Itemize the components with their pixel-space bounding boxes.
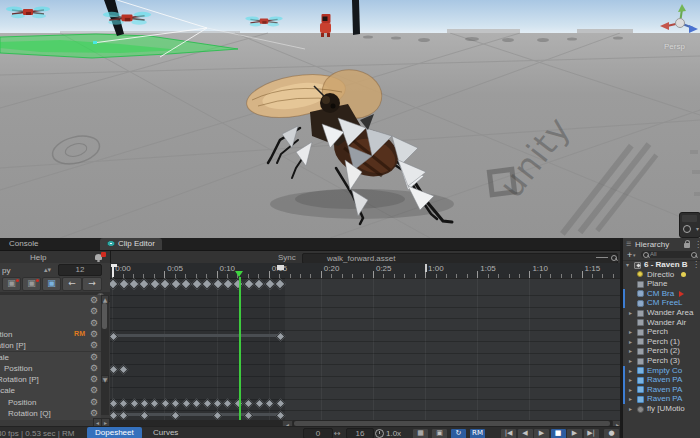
hierarchy-item[interactable]: ▸Perch (1)	[623, 337, 700, 347]
expander-icon[interactable]: ▸	[629, 356, 632, 366]
keyframe[interactable]	[201, 278, 212, 289]
transport-button[interactable]: ▶|	[583, 428, 600, 438]
mode-button[interactable]: ↻	[450, 428, 467, 438]
properties-scrollbar[interactable]: ▲ ▼	[101, 295, 109, 415]
search-icon[interactable]	[611, 255, 617, 261]
stepper-icon[interactable]: ▴▾	[44, 266, 51, 274]
expander-icon[interactable]: ▸	[629, 337, 632, 347]
kebab-menu-icon[interactable]: ⋮	[692, 260, 700, 270]
gear-icon[interactable]: ⚙	[90, 385, 98, 396]
drone[interactable]	[245, 16, 282, 26]
transport-button[interactable]: ◀	[517, 428, 534, 438]
transport-button[interactable]: ▶	[566, 428, 583, 438]
dopesheet-area[interactable]: 0:000:050:100:150:200:251:001:051:101:15	[110, 263, 622, 420]
mode-button[interactable]: ▣	[431, 428, 448, 438]
transport-button[interactable]: ▶	[533, 428, 550, 438]
transport-button[interactable]: |◀	[500, 428, 517, 438]
hierarchy-item[interactable]: ▸Wander Area	[623, 308, 700, 318]
pole-vertical[interactable]	[352, 0, 360, 35]
clip-asset-field[interactable]: walk_forward.asset	[302, 253, 618, 264]
mode-dropdown[interactable]: py	[2, 266, 10, 275]
expander-icon[interactable]: ▸	[629, 375, 632, 385]
clip-end-marker[interactable]	[277, 265, 284, 270]
clip-end-frame-field[interactable]: 16	[346, 428, 374, 438]
lock-icon[interactable]	[684, 243, 690, 248]
gear-icon[interactable]: ⚙	[90, 352, 98, 363]
transport-button[interactable]: ■	[550, 428, 567, 438]
expander-icon[interactable]: ▾	[626, 260, 629, 270]
expander-icon[interactable]: ▸	[629, 346, 632, 356]
clip-start-frame-field[interactable]: 0	[303, 428, 333, 438]
drone[interactable]	[6, 7, 50, 19]
copy-pose-button[interactable]: ▣	[2, 277, 21, 291]
hierarchy-item[interactable]: Directio	[623, 270, 700, 280]
expander-icon[interactable]: ▸	[629, 404, 632, 414]
property-row[interactable]: Scale⚙	[0, 419, 101, 420]
wander-area[interactable]	[0, 34, 238, 58]
hierarchy-search-input[interactable]: All	[641, 251, 696, 258]
paste-pose-button[interactable]: ▣	[22, 277, 41, 291]
tab-console[interactable]: Console	[2, 238, 45, 250]
hierarchy-item[interactable]: Wander Air	[623, 318, 700, 328]
prev-frame-button[interactable]: ←	[62, 277, 82, 291]
gear-icon[interactable]: ⚙	[90, 363, 98, 374]
hierarchy-item[interactable]: ▸Empty Co	[623, 366, 700, 376]
hierarchy-item[interactable]: CM Bra	[623, 289, 700, 299]
paste-mirrored-button[interactable]: ▣	[42, 277, 61, 291]
keyframe[interactable]	[254, 278, 265, 289]
hierarchy-item[interactable]: ▸Perch (3)	[623, 356, 700, 366]
help-menu[interactable]: Help	[30, 253, 46, 262]
gear-icon[interactable]: ⚙	[90, 329, 98, 340]
panel-divider[interactable]	[620, 238, 622, 438]
keyframe[interactable]	[274, 278, 285, 289]
dopesheet-content[interactable]	[110, 278, 622, 420]
kebab-menu-icon[interactable]: ⋮	[694, 240, 700, 249]
hierarchy-item[interactable]: ▸Raven PA	[623, 394, 700, 404]
scene-viewport[interactable]: unity	[0, 0, 700, 238]
overlay-handle[interactable]	[682, 215, 697, 222]
frame-number-field[interactable]: 12	[58, 264, 102, 276]
tab-clip-editor[interactable]: Clip Editor	[100, 238, 162, 250]
hierarchy-item[interactable]: ▸Raven PA	[623, 385, 700, 395]
red-character[interactable]	[320, 14, 331, 37]
record-key-button[interactable]: ●	[603, 428, 620, 438]
mode-button[interactable]: ▦	[412, 428, 429, 438]
gear-icon[interactable]: ⚙	[90, 295, 98, 306]
property-row[interactable]: Rotation [Q]⚙	[0, 408, 101, 420]
scene-gizmo[interactable]: Persp	[660, 0, 700, 54]
gear-icon[interactable]: ⚙	[90, 306, 98, 317]
timeline-ruler[interactable]: 0:000:050:100:150:200:251:001:051:101:15	[110, 263, 622, 279]
scene-overlay-toolbar[interactable]: ▾	[679, 212, 700, 238]
expander-icon[interactable]: ▸	[629, 385, 632, 395]
expander-icon[interactable]: ▸	[629, 308, 632, 318]
gizmo-perspective-label[interactable]: Persp	[664, 42, 685, 51]
tab-dopesheet[interactable]: Dopesheet	[87, 427, 142, 438]
keyframe[interactable]	[110, 364, 118, 374]
gear-icon[interactable]: ⚙	[90, 318, 98, 329]
keyframe[interactable]	[119, 364, 129, 374]
drone[interactable]	[103, 12, 151, 25]
hierarchy-item[interactable]: ▸fly [UMotio	[623, 404, 700, 414]
mode-button[interactable]: RM	[469, 428, 486, 438]
tab-curves[interactable]: Curves	[145, 427, 186, 438]
timeline-zoom-slider[interactable]	[596, 257, 608, 258]
gear-icon[interactable]: ⚙	[90, 374, 98, 385]
hierarchy-item[interactable]: ▸Perch (2)	[623, 346, 700, 356]
hierarchy-item[interactable]: ▾6 - Raven B⋮	[623, 260, 700, 270]
hierarchy-item[interactable]: Plane	[623, 279, 700, 289]
next-frame-button[interactable]: →	[82, 277, 102, 291]
hierarchy-item[interactable]: CM FreeL	[623, 298, 700, 308]
fly-model[interactable]	[243, 64, 454, 224]
hierarchy-item[interactable]: ▸Perch	[623, 327, 700, 337]
sync-label[interactable]: Sync	[278, 253, 296, 262]
gear-icon[interactable]: ⚙	[90, 397, 98, 408]
keyframe[interactable]	[181, 278, 192, 289]
expander-icon[interactable]: ▸	[629, 327, 632, 337]
hierarchy-item[interactable]: ▸Raven PA	[623, 375, 700, 385]
playhead-line[interactable]	[239, 277, 241, 420]
keyframe[interactable]	[160, 278, 171, 289]
expander-icon[interactable]: ▸	[629, 366, 632, 376]
playback-speed[interactable]: 1.0x	[386, 429, 401, 438]
scene-visibility-icon[interactable]	[691, 252, 697, 258]
gear-icon[interactable]: ⚙	[90, 340, 98, 351]
